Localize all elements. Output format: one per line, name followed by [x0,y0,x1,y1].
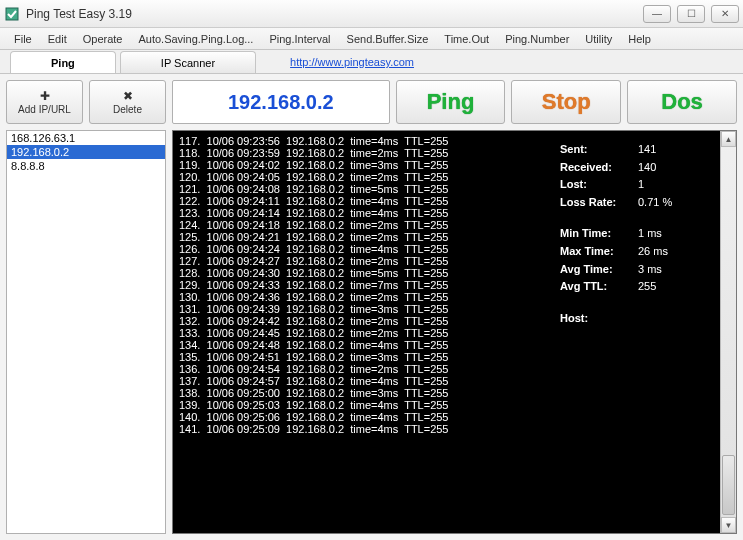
menu-help[interactable]: Help [620,33,659,45]
window-title: Ping Test Easy 3.19 [26,7,132,21]
ip-list-item[interactable]: 8.8.8.8 [7,159,165,173]
delete-button[interactable]: ✖ Delete [89,80,166,124]
minimize-button[interactable]: — [643,5,671,23]
main-pane: 192.168.0.2 Ping Stop Dos 117. 10/06 09:… [172,80,737,534]
menu-operate[interactable]: Operate [75,33,131,45]
content: ✚ Add IP/URL ✖ Delete 168.126.63.1192.16… [0,74,743,540]
ip-list-item[interactable]: 192.168.0.2 [7,145,165,159]
scroll-track[interactable] [721,147,736,517]
stop-button[interactable]: Stop [511,80,621,124]
scrollbar[interactable]: ▲ ▼ [720,131,736,533]
tab-ip-scanner[interactable]: IP Scanner [120,51,256,73]
stats-panel: Sent:141 Received:140 Lost:1 Loss Rate:0… [552,131,720,533]
menu-utility[interactable]: Utility [577,33,620,45]
delete-icon: ✖ [123,89,133,103]
menu-ping-number[interactable]: Ping.Number [497,33,577,45]
ip-list[interactable]: 168.126.63.1192.168.0.28.8.8.8 [6,130,166,534]
console: 117. 10/06 09:23:56 192.168.0.2 time=4ms… [172,130,737,534]
menubar: FileEditOperateAuto.Saving.Ping.Log...Pi… [0,28,743,50]
titlebar: Ping Test Easy 3.19 — ☐ ✕ [0,0,743,28]
scroll-down-button[interactable]: ▼ [721,517,736,533]
maximize-button[interactable]: ☐ [677,5,705,23]
sidebar: ✚ Add IP/URL ✖ Delete 168.126.63.1192.16… [6,80,166,534]
menu-file[interactable]: File [6,33,40,45]
scroll-thumb[interactable] [722,455,735,515]
tabs-row: Ping IP Scanner http://www.pingteasy.com [0,50,743,74]
svg-rect-0 [6,8,18,20]
menu-send-buffer-size[interactable]: Send.Buffer.Size [339,33,437,45]
scroll-up-button[interactable]: ▲ [721,131,736,147]
close-button[interactable]: ✕ [711,5,739,23]
link-website[interactable]: http://www.pingteasy.com [260,51,444,73]
menu-time-out[interactable]: Time.Out [436,33,497,45]
ping-button[interactable]: Ping [396,80,506,124]
menu-ping-interval[interactable]: Ping.Interval [261,33,338,45]
add-ip-button[interactable]: ✚ Add IP/URL [6,80,83,124]
ip-input[interactable]: 192.168.0.2 [172,80,390,124]
menu-edit[interactable]: Edit [40,33,75,45]
add-icon: ✚ [40,89,50,103]
dos-button[interactable]: Dos [627,80,737,124]
tab-ping[interactable]: Ping [10,51,116,73]
ip-list-item[interactable]: 168.126.63.1 [7,131,165,145]
ping-log: 117. 10/06 09:23:56 192.168.0.2 time=4ms… [173,131,552,533]
app-icon [4,6,20,22]
menu-auto-saving-ping-log-[interactable]: Auto.Saving.Ping.Log... [130,33,261,45]
